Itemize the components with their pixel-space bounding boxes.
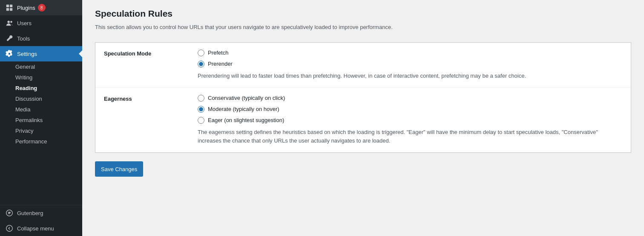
prerender-label: Prerender xyxy=(208,61,233,67)
plugins-icon xyxy=(5,3,14,12)
section-description: This section allows you to control how U… xyxy=(95,23,631,32)
prerender-radio[interactable] xyxy=(198,61,204,67)
eagerness-description: The eagerness setting defines the heuris… xyxy=(198,128,622,146)
sidebar-item-users-label: Users xyxy=(17,20,32,26)
svg-point-7 xyxy=(6,225,12,231)
gutenberg-icon xyxy=(5,209,14,217)
eagerness-content: Conservative (typically on click) Modera… xyxy=(198,95,622,146)
sidebar-item-plugins[interactable]: Plugins 8 xyxy=(0,0,82,15)
prefetch-option[interactable]: Prefetch xyxy=(198,50,622,56)
svg-rect-3 xyxy=(10,8,12,11)
eager-radio[interactable] xyxy=(198,117,204,124)
plugins-badge: 8 xyxy=(38,4,46,12)
sidebar-item-gutenberg[interactable]: Gutenberg xyxy=(0,205,82,221)
conservative-label: Conservative (typically on click) xyxy=(208,95,285,101)
users-icon xyxy=(5,19,14,27)
conservative-radio[interactable] xyxy=(198,95,204,102)
sidebar-sub-general[interactable]: General xyxy=(0,61,82,72)
sidebar-item-settings-label: Settings xyxy=(17,51,37,57)
svg-point-5 xyxy=(10,21,12,23)
tools-icon xyxy=(5,34,14,43)
speculation-mode-content: Prefetch Prerender Prerendering will lea… xyxy=(198,50,622,81)
svg-point-4 xyxy=(8,21,10,23)
prefetch-radio[interactable] xyxy=(198,50,204,56)
sidebar-item-tools[interactable]: Tools xyxy=(0,31,82,46)
sidebar-item-tools-label: Tools xyxy=(17,35,30,42)
save-button[interactable]: Save Changes xyxy=(95,161,143,177)
prerender-option[interactable]: Prerender xyxy=(198,61,622,67)
conservative-option[interactable]: Conservative (typically on click) xyxy=(198,95,622,102)
settings-panel: Speculation Mode Prefetch Prerender Prer… xyxy=(95,42,631,153)
sidebar-sub-permalinks[interactable]: Permalinks xyxy=(0,115,82,125)
sidebar-item-collapse-label: Collapse menu xyxy=(17,225,54,232)
moderate-radio[interactable] xyxy=(198,106,204,113)
eagerness-row: Eagerness Conservative (typically on cli… xyxy=(95,88,631,153)
speculation-mode-description: Prerendering will lead to faster load ti… xyxy=(198,72,622,81)
sidebar-item-users[interactable]: Users xyxy=(0,15,82,31)
eagerness-label: Eagerness xyxy=(104,95,198,102)
settings-arrow xyxy=(79,50,82,57)
sidebar-sub-writing[interactable]: Writing xyxy=(0,72,82,83)
sidebar-sub-discussion[interactable]: Discussion xyxy=(0,93,82,104)
page-title: Speculation Rules xyxy=(95,9,631,19)
speculation-mode-label: Speculation Mode xyxy=(104,50,198,57)
sidebar-bottom: Gutenberg Collapse menu xyxy=(0,205,82,236)
sidebar: Plugins 8 Users Tools Settings General W… xyxy=(0,0,82,236)
svg-rect-0 xyxy=(6,5,9,7)
main-content: Speculation Rules This section allows yo… xyxy=(82,0,644,236)
sidebar-sub-reading[interactable]: Reading xyxy=(0,83,82,93)
prefetch-label: Prefetch xyxy=(208,50,228,56)
eager-label: Eager (on slightest suggestion) xyxy=(208,117,284,123)
sidebar-item-gutenberg-label: Gutenberg xyxy=(17,210,43,216)
sidebar-sub-performance[interactable]: Performance xyxy=(0,136,82,147)
sidebar-sub-privacy[interactable]: Privacy xyxy=(0,125,82,136)
settings-icon xyxy=(5,50,14,58)
speculation-mode-row: Speculation Mode Prefetch Prerender Prer… xyxy=(95,43,631,88)
moderate-option[interactable]: Moderate (typically on hover) xyxy=(198,106,622,113)
sidebar-item-settings[interactable]: Settings xyxy=(0,46,82,61)
moderate-label: Moderate (typically on hover) xyxy=(208,106,279,112)
collapse-icon xyxy=(5,224,14,233)
svg-rect-1 xyxy=(10,5,12,7)
svg-rect-2 xyxy=(6,8,9,11)
sidebar-sub-media[interactable]: Media xyxy=(0,104,82,115)
sidebar-item-collapse[interactable]: Collapse menu xyxy=(0,221,82,236)
eager-option[interactable]: Eager (on slightest suggestion) xyxy=(198,117,622,124)
sidebar-item-plugins-label: Plugins xyxy=(17,5,35,11)
